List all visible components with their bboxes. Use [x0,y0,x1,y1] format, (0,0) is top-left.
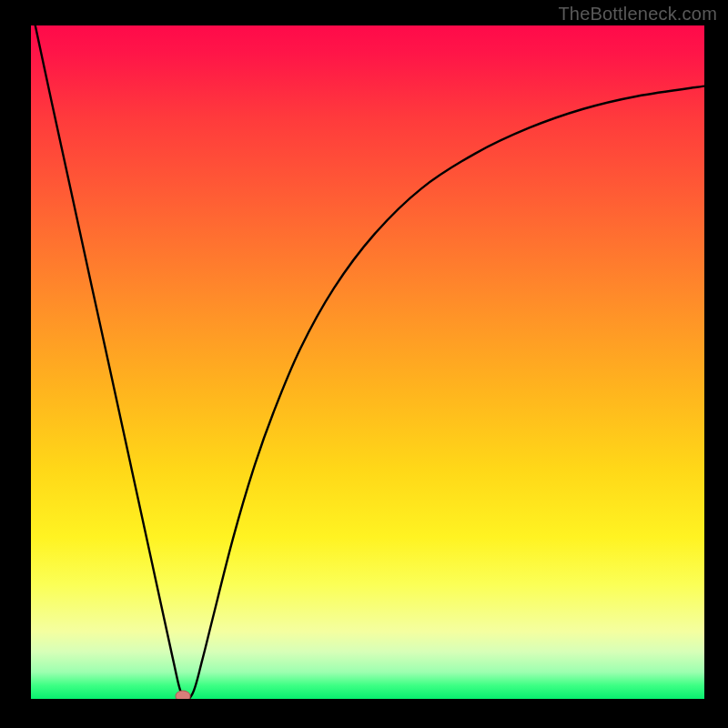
chart-frame: TheBottleneck.com [0,0,728,728]
plot-area [31,25,704,699]
optimal-point-marker [175,691,190,699]
bottleneck-curve [31,25,704,699]
curve-path [31,25,704,699]
watermark-text: TheBottleneck.com [558,4,717,25]
